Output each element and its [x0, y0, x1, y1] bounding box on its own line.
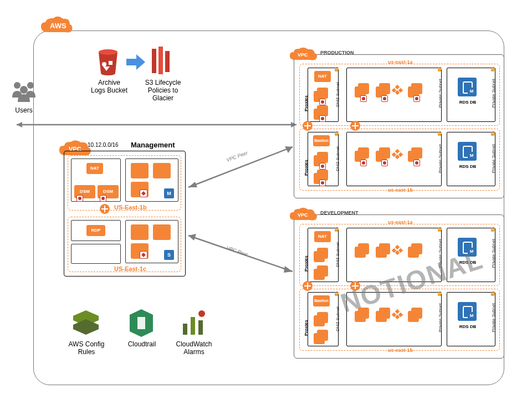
mgmt-dsm2-trendmicro-icon	[100, 195, 106, 202]
cwalarms-label: CloudWatch Alarms	[172, 340, 216, 356]
prod-nat: NAT	[314, 71, 331, 82]
lock-icon	[490, 131, 495, 136]
elb-icon	[303, 281, 313, 291]
cloudtrail-label: Cloudtrail	[123, 340, 161, 348]
prod-private-label-2: Private Subnet	[438, 144, 443, 173]
mgmt-az2-label: US-East-1c	[114, 265, 146, 272]
prod-private-db-label-1: Private Subnet	[491, 79, 496, 108]
ec2-stack-icon	[314, 248, 328, 262]
dev-private-label-1: Private Subnet	[438, 239, 443, 268]
ec2-stack-icon	[314, 265, 328, 280]
lock-icon	[437, 291, 442, 296]
trendmicro-icon	[360, 160, 367, 166]
prod-rds-label-1: RDS DB	[456, 100, 480, 105]
dev-private-db-label-2: Private Subnet	[491, 303, 496, 332]
svg-rect-9	[165, 51, 170, 72]
svg-rect-24	[137, 317, 145, 329]
dev-az2-label: us-east-1b	[388, 347, 413, 353]
svg-rect-7	[152, 49, 156, 73]
prod-proxies-2: Proxies	[304, 160, 309, 176]
svg-point-0	[14, 82, 21, 89]
trendmicro-icon	[140, 251, 147, 259]
prod-bastion: Bastion	[313, 135, 330, 146]
dev-private-label-2: Private Subnet	[438, 303, 443, 332]
s3-bucket-icon	[95, 48, 121, 76]
prod-proxies-1: Proxies	[304, 95, 309, 111]
svg-marker-11	[17, 122, 22, 127]
vpc-badge-dev: VPC	[288, 207, 318, 222]
lock-icon	[437, 227, 442, 232]
lock-icon	[334, 131, 339, 136]
mgmt-nat: NAT	[86, 163, 103, 174]
mgmt-public-subnet-2b	[71, 244, 121, 264]
prod-private-label-1: Private Subnet	[438, 79, 443, 108]
managed-icon: M	[468, 152, 475, 160]
dev-title: DEVELOPMENT	[320, 210, 359, 216]
spacer	[153, 182, 171, 197]
lock-icon	[490, 66, 495, 72]
trendmicro-icon	[319, 99, 326, 105]
trendmicro-icon	[319, 163, 326, 170]
prod-az1-label: us-east-1a	[388, 59, 413, 65]
glacier-icon	[150, 45, 174, 76]
svg-rect-5	[109, 61, 112, 65]
prod-title: PRODUCTION	[320, 50, 354, 55]
dev-az1-label: us-east-1a	[388, 219, 413, 225]
prod-rds-label-2: RDS DB	[456, 164, 480, 169]
elb-icon	[350, 121, 360, 131]
aws-badge-text: AWS	[50, 22, 66, 30]
dev-private-db-label-1: Private Subnet	[491, 239, 496, 268]
managed-icon: M	[468, 88, 475, 95]
prod-dmz-label-2: DMZ Subnet	[335, 146, 340, 171]
svg-rect-8	[158, 47, 163, 74]
svg-rect-25	[183, 324, 187, 335]
elb-icon	[303, 121, 313, 131]
elb-icon	[350, 281, 360, 291]
ec2-stack-icon	[376, 308, 390, 322]
svg-rect-27	[198, 320, 203, 335]
svg-point-3	[99, 49, 117, 55]
diagram-canvas: AWS Users Archive Logs Bucket S3 Lifecyc…	[0, 0, 532, 399]
ec2-stack-icon	[355, 243, 369, 258]
trendmicro-icon	[140, 190, 147, 197]
ec2-stack-icon	[314, 312, 328, 326]
svg-text:VPC: VPC	[298, 52, 308, 58]
lifecycle-label: S3 Lifecycle Policies to Glacier	[141, 79, 185, 102]
lock-icon	[334, 66, 339, 72]
lock-icon	[437, 131, 442, 136]
trendmicro-icon	[381, 160, 388, 166]
mgmt-title: Management	[131, 141, 175, 149]
dev-dmz-label-2: DMZ Subnet	[335, 306, 340, 331]
archive-label: Archive Logs Bucket	[89, 79, 130, 94]
managed-icon: M	[468, 248, 475, 255]
lock-icon	[490, 291, 495, 296]
storage-icon: S	[164, 250, 174, 260]
aws-cloud-badge: AWS	[39, 16, 73, 37]
vpc-badge-prod: VPC	[288, 47, 318, 62]
dev-bastion: Bastion	[313, 295, 330, 306]
dev-proxies-1: Proxies	[304, 255, 309, 272]
trendmicro-icon	[360, 95, 367, 102]
dev-rds-label-2: RDS DB	[456, 324, 480, 329]
config-label: AWS Config Rules	[63, 340, 110, 356]
ec2-icon	[153, 163, 171, 178]
users-icon	[10, 80, 38, 104]
lock-icon	[490, 227, 495, 232]
mgmt-dsm1-trendmicro-icon	[76, 195, 83, 202]
mgmt-rdp: RDP	[86, 225, 105, 236]
users-label: Users	[10, 106, 38, 114]
ec2-stack-icon	[376, 243, 390, 258]
aws-config-icon	[71, 309, 101, 337]
arrow-right-icon	[125, 53, 146, 71]
svg-rect-26	[191, 317, 195, 335]
dev-proxies-2: Proxies	[304, 320, 309, 336]
lock-icon	[334, 227, 339, 232]
ec2-icon	[131, 224, 149, 240]
trendmicro-icon	[413, 160, 420, 166]
lock-icon	[437, 66, 442, 72]
prod-az2-label: us-east-1b	[388, 187, 413, 193]
prod-dmz-label: DMZ Subnet	[335, 82, 340, 107]
dev-rds-label-1: RDS DB	[456, 260, 480, 265]
trendmicro-icon	[381, 95, 388, 102]
ec2-stack-icon	[314, 330, 328, 344]
